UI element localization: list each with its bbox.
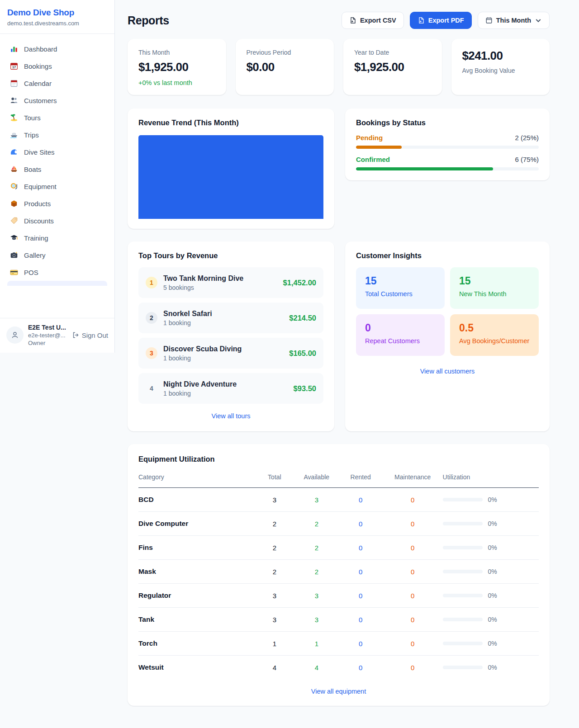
sidebar-item-gallery[interactable]: Gallery <box>4 246 111 264</box>
tile-value: 15 <box>365 275 436 287</box>
tour-name: Discover Scuba Diving <box>163 345 242 353</box>
stat-value: $1,925.00 <box>138 60 215 74</box>
cell-total: 4 <box>255 656 295 680</box>
tile-avg-bookings-customer: 0.5 Avg Bookings/Customer <box>450 314 539 356</box>
tour-amount: $1,452.00 <box>283 279 316 287</box>
tile-label: Repeat Customers <box>365 337 436 345</box>
equipment-header-row: Category Total Available Rented Maintena… <box>138 469 539 488</box>
view-all-tours-link[interactable]: View all tours <box>138 412 323 420</box>
utilization-bar <box>443 522 483 525</box>
sidebar-item-label: Boats <box>24 165 41 173</box>
sidebar-item-active-partial[interactable] <box>7 281 107 286</box>
sidebar-item-bookings[interactable]: 17 Bookings <box>4 57 111 75</box>
stat-value: $1,925.00 <box>354 60 431 74</box>
cell-available: 3 <box>294 488 338 512</box>
table-row: Fins 2 2 0 0 0% <box>138 536 539 560</box>
sidebar-item-discounts[interactable]: Discounts <box>4 212 111 229</box>
cell-available: 1 <box>294 632 338 656</box>
bookings-calendar-icon: 17 <box>10 62 18 70</box>
utilization-bar <box>443 666 483 669</box>
revenue-trend-chart <box>138 135 323 219</box>
brand-name: Demo Dive Shop <box>7 8 107 18</box>
tour-name: Snorkel Safari <box>163 310 212 318</box>
cell-maintenance: 0 <box>383 656 443 680</box>
col-header-rented: Rented <box>338 469 382 488</box>
boats-sailboat-icon <box>10 165 18 173</box>
cell-available: 2 <box>294 536 338 560</box>
stat-card-avg-booking-value: $241.00 Avg Booking Value <box>451 39 550 95</box>
charts-row: Revenue Trend (This Month) Bookings by S… <box>128 109 550 229</box>
svg-text:17: 17 <box>12 65 16 69</box>
tour-bookings: 1 booking <box>163 390 237 397</box>
cell-available: 2 <box>294 512 338 536</box>
sidebar-item-label: Equipment <box>24 183 57 190</box>
sidebar-item-label: Dashboard <box>24 45 57 53</box>
sidebar-item-dive-sites[interactable]: Dive Sites <box>4 143 111 161</box>
equipment-table: Category Total Available Rented Maintena… <box>138 469 539 679</box>
cell-utilization: 0% <box>443 560 539 584</box>
view-all-equipment-link[interactable]: View all equipment <box>138 688 539 695</box>
view-all-customers-link[interactable]: View all customers <box>356 368 539 375</box>
tour-bookings: 1 booking <box>163 319 212 326</box>
calendar-outline-icon <box>485 17 493 24</box>
status-count: 2 (25%) <box>515 134 539 142</box>
cell-utilization: 0% <box>443 656 539 680</box>
sidebar-user-footer: E2E Test U... e2e-tester@... Owner Sign … <box>0 318 114 353</box>
tour-row: 1 Two Tank Morning Dive 5 bookings $1,45… <box>138 267 323 298</box>
sidebar-item-dashboard[interactable]: Dashboard <box>4 40 111 57</box>
export-pdf-button[interactable]: Export PDF <box>410 12 472 29</box>
user-email: e2e-tester@... <box>28 332 66 339</box>
stat-value: $0.00 <box>247 60 323 74</box>
status-label: Pending <box>356 134 383 142</box>
header-actions: Export CSV Export PDF This Month <box>342 12 550 29</box>
equipment-utilization-card: Equipment Utilization Category Total Ava… <box>128 444 550 706</box>
sidebar-item-label: Trips <box>24 131 39 139</box>
file-download-icon <box>349 17 356 24</box>
cell-rented: 0 <box>338 584 382 608</box>
period-dropdown[interactable]: This Month <box>478 12 550 29</box>
sidebar-item-label: Customers <box>24 97 57 104</box>
stat-card-year-to-date: Year to Date $1,925.00 <box>343 39 442 95</box>
tile-value: 15 <box>459 275 530 287</box>
sidebar-item-pos[interactable]: POS <box>4 264 111 281</box>
tile-total-customers: 15 Total Customers <box>356 267 445 309</box>
sidebar-item-tours[interactable]: Tours <box>4 109 111 126</box>
cell-utilization: 0% <box>443 632 539 656</box>
cell-category: Mask <box>138 560 255 584</box>
tour-amount: $214.50 <box>289 314 316 322</box>
sidebar-item-label: Training <box>24 234 48 242</box>
status-bar-fill <box>356 146 402 149</box>
tile-new-this-month: 15 New This Month <box>450 267 539 309</box>
sidebar-item-customers[interactable]: Customers <box>4 92 111 109</box>
tour-rows: 1 Two Tank Morning Dive 5 bookings $1,45… <box>138 267 323 404</box>
top-tours-card: Top Tours by Revenue 1 Two Tank Morning … <box>128 241 334 431</box>
sidebar: Demo Dive Shop demo.test.divestreams.com… <box>0 0 115 353</box>
cell-category: Wetsuit <box>138 656 255 680</box>
sidebar-item-label: Dive Sites <box>24 148 55 156</box>
stat-label: Previous Period <box>247 49 323 56</box>
stat-label: This Month <box>138 49 215 56</box>
export-csv-button[interactable]: Export CSV <box>342 12 404 29</box>
trips-boat-icon <box>10 131 18 139</box>
tour-row: 2 Snorkel Safari 1 booking $214.50 <box>138 303 323 333</box>
col-header-category: Category <box>138 469 255 488</box>
table-row: BCD 3 3 0 0 0% <box>138 488 539 512</box>
sidebar-item-calendar[interactable]: Calendar <box>4 75 111 92</box>
equipment-mask-icon <box>10 182 18 190</box>
sidebar-item-label: Discounts <box>24 217 54 225</box>
sidebar-item-products[interactable]: Products <box>4 195 111 212</box>
status-label: Confirmed <box>356 156 390 163</box>
discounts-tag-icon <box>10 217 18 225</box>
table-row: Tank 3 3 0 0 0% <box>138 608 539 632</box>
col-header-available: Available <box>294 469 338 488</box>
tour-bookings: 5 bookings <box>163 284 243 291</box>
sidebar-item-trips[interactable]: Trips <box>4 126 111 143</box>
user-role: Owner <box>28 340 66 346</box>
sidebar-item-boats[interactable]: Boats <box>4 161 111 178</box>
sign-out-button[interactable]: Sign Out <box>72 331 108 339</box>
sidebar-item-training[interactable]: Training <box>4 229 111 246</box>
person-icon <box>10 331 19 340</box>
calendar-icon <box>10 79 18 87</box>
cell-utilization: 0% <box>443 512 539 536</box>
sidebar-item-equipment[interactable]: Equipment <box>4 178 111 195</box>
